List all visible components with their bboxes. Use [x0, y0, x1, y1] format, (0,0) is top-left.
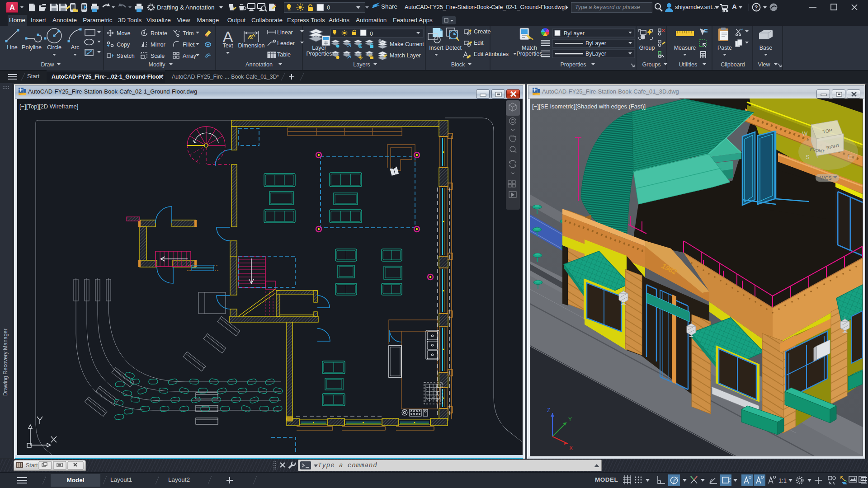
svg-text:1:1: 1:1 — [778, 477, 787, 484]
svg-text:Start: Start — [26, 462, 38, 469]
svg-text:Y: Y — [568, 416, 572, 422]
svg-text:Arc: Arc — [71, 44, 80, 51]
svg-text:Text: Text — [223, 42, 233, 49]
svg-text:Measure: Measure — [674, 45, 696, 51]
svg-text:Layer: Layer — [312, 45, 326, 51]
svg-text:Linear: Linear — [277, 29, 293, 36]
svg-text:Draw: Draw — [41, 61, 54, 68]
svg-text:Clipboard: Clipboard — [721, 61, 745, 68]
svg-text:Match Layer: Match Layer — [390, 52, 421, 59]
svg-text:Circle: Circle — [47, 44, 61, 51]
svg-text:Detect: Detect — [445, 45, 462, 51]
svg-text:Match: Match — [522, 45, 537, 51]
svg-text:WCS: WCS — [820, 175, 832, 181]
svg-text:Rotate: Rotate — [151, 30, 167, 37]
svg-text:Copy: Copy — [117, 42, 130, 48]
svg-text:Block: Block — [451, 61, 465, 68]
svg-text:ByLayer: ByLayer — [585, 40, 606, 47]
svg-text:Layers: Layers — [353, 61, 370, 68]
svg-text:Create: Create — [474, 28, 491, 35]
svg-text:[−][Top][2D Wireframe]: [−][Top][2D Wireframe] — [19, 103, 78, 110]
svg-text:Scale: Scale — [151, 53, 165, 59]
svg-text:Properties: Properties — [517, 51, 542, 57]
svg-text:?: ? — [755, 5, 758, 11]
svg-text:Stretch: Stretch — [117, 53, 135, 59]
svg-text:Annotation: Annotation — [245, 61, 273, 68]
svg-text:Table: Table — [277, 52, 291, 58]
svg-text:Trim: Trim — [183, 30, 194, 37]
svg-text:Paste: Paste — [717, 45, 732, 51]
svg-text:Move: Move — [117, 30, 131, 37]
svg-text:[−][SE Isometric][Shaded with: [−][SE Isometric][Shaded with edges (Fas… — [532, 103, 646, 110]
svg-text:Z: Z — [547, 407, 550, 413]
svg-text:Dimension: Dimension — [238, 42, 264, 49]
svg-text:Mirror: Mirror — [151, 42, 165, 48]
svg-text:0: 0 — [327, 4, 330, 11]
svg-text:Properties: Properties — [307, 51, 332, 57]
svg-text:A: A — [732, 3, 737, 10]
svg-text:Utilities: Utilities — [679, 61, 697, 68]
svg-text:Groups: Groups — [642, 61, 661, 68]
svg-text:ByLayer: ByLayer — [564, 30, 585, 37]
svg-text:Edit: Edit — [474, 40, 484, 46]
svg-text:ByLayer: ByLayer — [585, 51, 606, 57]
svg-text:Insert: Insert — [429, 45, 443, 51]
svg-text:Properties: Properties — [561, 61, 586, 68]
svg-text:W: W — [802, 130, 808, 137]
svg-text:S: S — [806, 154, 810, 160]
svg-text:E: E — [848, 154, 852, 160]
svg-text:View: View — [758, 61, 771, 68]
svg-text:Base: Base — [760, 45, 773, 51]
svg-text:Edit Attributes: Edit Attributes — [474, 51, 509, 57]
svg-text:Make Current: Make Current — [390, 41, 424, 47]
svg-text:Line: Line — [7, 44, 18, 51]
svg-text:Leader: Leader — [277, 40, 295, 47]
svg-text:Group: Group — [639, 45, 655, 51]
svg-text:0: 0 — [370, 30, 373, 37]
svg-text:Array: Array — [183, 53, 197, 59]
svg-text:Fillet: Fillet — [183, 42, 195, 48]
svg-text:Polyline: Polyline — [22, 44, 42, 51]
svg-text:Drafting & Annotation: Drafting & Annotation — [157, 4, 215, 11]
svg-text:X: X — [569, 445, 573, 451]
svg-text:Modify: Modify — [149, 61, 166, 68]
